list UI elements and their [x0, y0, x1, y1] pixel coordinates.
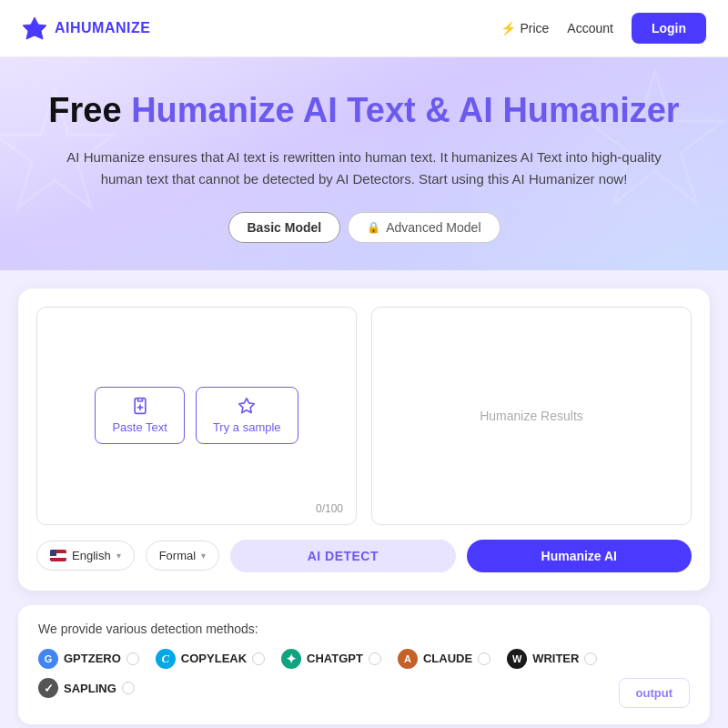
detector-copyleak: C COPYLEAK	[156, 649, 265, 669]
detection-grid: G GPTZERO C COPYLEAK ✦ CHATGPT A CLAUDE …	[38, 649, 690, 708]
detector-sapling: ✓ SAPLING	[38, 678, 135, 698]
svg-marker-0	[23, 17, 46, 39]
writer-radio[interactable]	[584, 652, 597, 665]
price-label: Price	[520, 21, 549, 35]
result-placeholder: Humanize Results	[480, 409, 583, 423]
svg-marker-6	[239, 399, 255, 413]
result-area: Humanize Results	[371, 307, 692, 525]
chatgpt-label: CHATGPT	[307, 652, 363, 665]
chatgpt-icon: ✦	[281, 649, 301, 669]
gptzero-label: GPTZERO	[64, 652, 121, 665]
sapling-icon: ✓	[38, 678, 58, 698]
tone-selector[interactable]: Formal ▾	[146, 541, 219, 571]
nav-right: ⚡ Price Account Login	[500, 13, 706, 44]
claude-label: CLAUDE	[423, 652, 472, 665]
model-tabs: Basic Model 🔒 Advanced Model	[22, 212, 706, 243]
detector-claude: A CLAUDE	[398, 649, 490, 669]
logo-text: AIHUMANIZE	[55, 20, 150, 36]
hero-section: Free Humanize AI Text & AI Humanizer AI …	[0, 57, 728, 270]
paste-text-button[interactable]: Paste Text	[95, 387, 184, 444]
svg-rect-3	[137, 399, 142, 401]
try-sample-label: Try a sample	[213, 420, 281, 434]
humanize-button[interactable]: Humanize AI	[467, 540, 692, 572]
tab-advanced-model[interactable]: 🔒 Advanced Model	[348, 212, 500, 243]
star-decoration-right	[582, 66, 728, 212]
hero-description: AI Humanize ensures that AI text is rewr…	[55, 147, 673, 190]
output-button[interactable]: output	[619, 678, 690, 708]
tone-chevron-icon: ▾	[201, 551, 206, 561]
editor-row: Paste Text Try a sample 0/100 Humanize R…	[36, 307, 692, 525]
language-selector[interactable]: English ▾	[36, 541, 135, 571]
advanced-model-label: Advanced Model	[386, 220, 480, 235]
sapling-label: SAPLING	[64, 682, 116, 695]
tone-label: Formal	[159, 549, 196, 562]
writer-icon: W	[507, 649, 527, 669]
controls-row: English ▾ Formal ▾ AI DETECT Humanize AI	[36, 540, 692, 572]
detection-section: We provide various detection methods: G …	[18, 605, 710, 724]
hero-title: Free Humanize AI Text & AI Humanizer	[22, 90, 706, 132]
gptzero-radio[interactable]	[126, 652, 139, 665]
sapling-radio[interactable]	[122, 682, 135, 694]
chatgpt-radio[interactable]	[369, 652, 381, 665]
account-label: Account	[567, 21, 613, 35]
paste-text-label: Paste Text	[112, 420, 167, 434]
price-icon: ⚡	[500, 21, 516, 35]
main-editor-card: Paste Text Try a sample 0/100 Humanize R…	[18, 288, 710, 591]
action-buttons: Paste Text Try a sample	[95, 387, 298, 444]
text-input-area[interactable]: Paste Text Try a sample 0/100	[36, 307, 357, 525]
logo-icon	[22, 15, 47, 41]
login-button[interactable]: Login	[632, 13, 706, 44]
detector-gptzero: G GPTZERO	[38, 649, 139, 669]
gptzero-icon: G	[38, 649, 58, 669]
lock-icon: 🔒	[367, 221, 380, 234]
copyleak-label: COPYLEAK	[181, 652, 247, 665]
copyleak-icon: C	[156, 649, 176, 669]
copyleak-radio[interactable]	[252, 652, 265, 665]
star-icon	[238, 397, 256, 415]
clipboard-icon	[131, 397, 149, 415]
logo: AIHUMANIZE	[22, 15, 150, 41]
char-count: 0/100	[316, 502, 343, 515]
detector-writer: W WRITER	[507, 649, 597, 669]
ai-detect-button[interactable]: AI DETECT	[230, 540, 455, 572]
try-sample-button[interactable]: Try a sample	[196, 387, 298, 444]
detector-chatgpt: ✦ CHATGPT	[281, 649, 381, 669]
hero-title-black: Free	[48, 91, 121, 129]
flag-icon	[50, 550, 66, 561]
claude-icon: A	[398, 649, 418, 669]
language-label: English	[72, 549, 111, 562]
hero-title-purple: Humanize AI Text & AI Humanizer	[131, 91, 679, 129]
lang-chevron-icon: ▾	[116, 551, 121, 561]
header: AIHUMANIZE ⚡ Price Account Login	[0, 0, 728, 57]
claude-radio[interactable]	[478, 652, 490, 665]
tab-basic-model[interactable]: Basic Model	[228, 212, 341, 243]
detection-title: We provide various detection methods:	[38, 622, 690, 636]
writer-label: WRITER	[532, 652, 579, 665]
price-link[interactable]: ⚡ Price	[500, 21, 549, 35]
account-link[interactable]: Account	[567, 21, 613, 35]
